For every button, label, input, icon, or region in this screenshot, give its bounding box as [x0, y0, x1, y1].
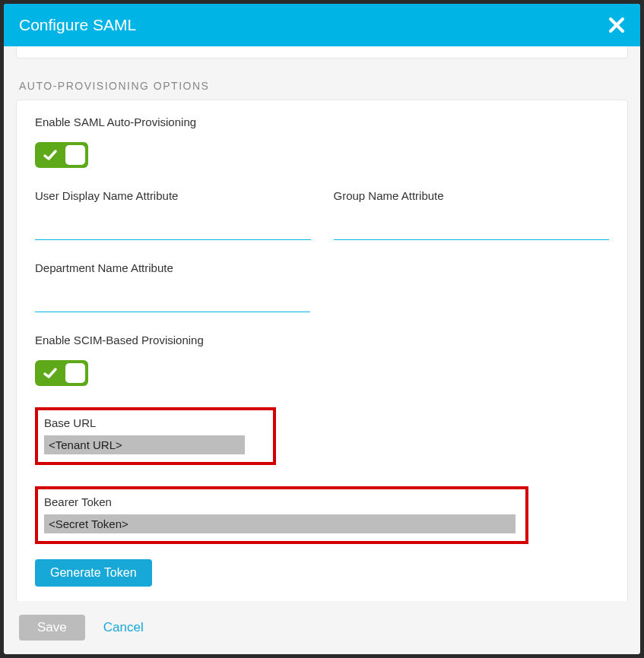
user-display-name-input[interactable]: [35, 214, 311, 240]
department-input[interactable]: [35, 286, 310, 312]
bearer-token-highlight: Bearer Token <Secret Token>: [35, 486, 528, 544]
previous-card-edge: [16, 46, 628, 59]
check-icon: [43, 365, 58, 381]
bearer-token-value[interactable]: <Secret Token>: [44, 514, 516, 533]
enable-saml-label: Enable SAML Auto-Provisioning: [35, 115, 609, 128]
cancel-button[interactable]: Cancel: [103, 620, 144, 635]
enable-scim-toggle[interactable]: [35, 360, 88, 386]
toggle-knob: [65, 145, 85, 165]
group-name-label: Group Name Attribute: [334, 189, 610, 202]
bearer-token-label: Bearer Token: [44, 495, 519, 508]
configure-saml-modal: Configure SAML AUTO-PROVISIONING OPTIONS…: [4, 4, 640, 654]
close-icon[interactable]: [608, 17, 625, 33]
generate-token-button[interactable]: Generate Token: [35, 559, 152, 587]
modal-body[interactable]: AUTO-PROVISIONING OPTIONS Enable SAML Au…: [4, 46, 640, 601]
user-display-name-label: User Display Name Attribute: [35, 189, 311, 202]
enable-saml-toggle[interactable]: [35, 142, 88, 168]
modal-header: Configure SAML: [4, 4, 640, 46]
modal-footer: Save Cancel: [4, 601, 640, 654]
check-icon: [43, 147, 58, 163]
group-name-input[interactable]: [334, 214, 610, 240]
save-button[interactable]: Save: [19, 615, 85, 641]
modal-title: Configure SAML: [19, 16, 136, 34]
section-header: AUTO-PROVISIONING OPTIONS: [4, 59, 640, 100]
auto-provisioning-card: Enable SAML Auto-Provisioning User Displ…: [16, 100, 628, 601]
enable-scim-label: Enable SCIM-Based Provisioning: [35, 334, 609, 346]
department-label: Department Name Attribute: [35, 261, 310, 274]
base-url-value[interactable]: <Tenant URL>: [44, 435, 245, 454]
toggle-knob: [65, 363, 85, 383]
base-url-highlight: Base URL <Tenant URL>: [35, 407, 276, 465]
base-url-label: Base URL: [44, 416, 267, 429]
